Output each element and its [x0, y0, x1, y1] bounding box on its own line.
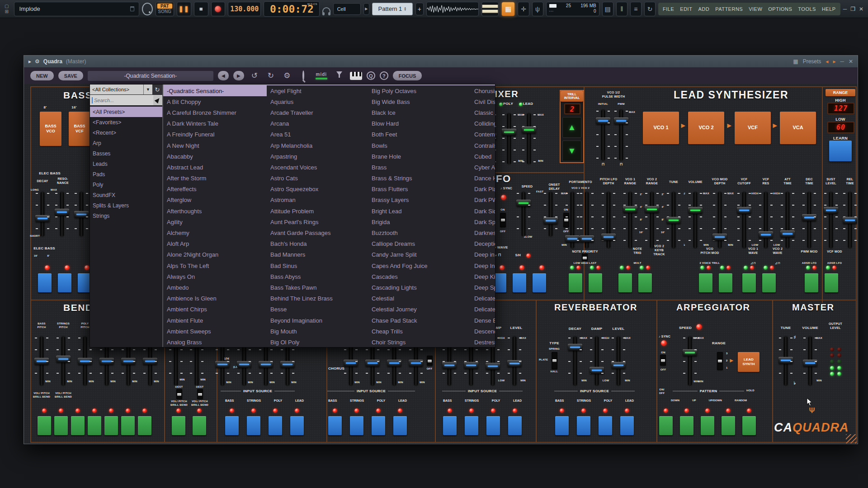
collection-item[interactable]: SoundFX: [90, 190, 162, 200]
new-button[interactable]: NEW: [30, 71, 54, 80]
pad-button[interactable]: [589, 273, 602, 292]
preset-item[interactable]: Astro Squeezebox: [267, 184, 368, 195]
pat-song-toggle[interactable]: PAT SONG: [156, 2, 175, 16]
cell-selector[interactable]: Cell: [333, 3, 361, 15]
preset-item[interactable]: Arcade Traveller: [267, 107, 368, 118]
pad-button[interactable]: [719, 273, 732, 292]
pad-button[interactable]: [328, 416, 342, 435]
pad-button[interactable]: [443, 416, 457, 435]
pad-button[interactable]: [742, 273, 756, 292]
lead-synth-button[interactable]: LEAD SYNTH: [738, 352, 760, 372]
switch[interactable]: [197, 389, 203, 399]
preset-item[interactable]: A Dark Winters Tale: [163, 118, 267, 129]
preset-item[interactable]: Aquarius: [267, 96, 368, 107]
pad-button[interactable]: [88, 416, 101, 435]
pad-button[interactable]: [121, 416, 135, 435]
slider[interactable]: [613, 110, 629, 160]
preset-item[interactable]: Blow Hard: [368, 118, 471, 129]
pad-button[interactable]: [825, 273, 838, 292]
preset-item[interactable]: Celestial: [368, 293, 471, 304]
preset-item[interactable]: Ambience Is Gleen: [163, 293, 267, 304]
slider[interactable]: [567, 337, 583, 385]
headphones-icon[interactable]: [322, 7, 330, 14]
piano-keys-icon[interactable]: [350, 72, 362, 80]
pad-button[interactable]: [372, 416, 385, 435]
slider[interactable]: [521, 113, 537, 164]
switch[interactable]: [717, 352, 723, 370]
pattern-stepper[interactable]: ▲▼: [404, 7, 406, 11]
pad-button[interactable]: [620, 416, 634, 435]
preset-item[interactable]: Celestial Journey: [368, 304, 471, 315]
close-button[interactable]: ✕: [859, 6, 863, 12]
preset-item[interactable]: Deep Sp: [471, 282, 495, 293]
switch[interactable]: [176, 389, 182, 399]
preset-item[interactable]: Ambient Flute: [163, 315, 267, 326]
slider[interactable]: [565, 192, 580, 248]
pin-icon[interactable]: [153, 95, 162, 105]
pad-button[interactable]: [762, 273, 776, 292]
preset-item[interactable]: Cascades: [368, 271, 471, 282]
menu-item[interactable]: OPTIONS: [768, 6, 792, 12]
pad-button[interactable]: [172, 416, 185, 435]
preset-item[interactable]: Choir Strings: [368, 337, 471, 347]
preset-item[interactable]: Darkness: [471, 227, 495, 238]
slider[interactable]: [543, 192, 558, 236]
preset-item[interactable]: A Freindly Funeral: [163, 129, 267, 140]
pad-button[interactable]: [701, 416, 714, 435]
preset-item[interactable]: Aunt Pearl's Rings: [267, 216, 368, 227]
preset-item[interactable]: Contrails: [471, 140, 495, 151]
preset-item[interactable]: Black Ice: [368, 107, 471, 118]
pad-button[interactable]: [513, 273, 526, 292]
slider[interactable]: [54, 192, 70, 236]
slider[interactable]: [595, 110, 611, 160]
pad-button[interactable]: [269, 416, 282, 435]
slider[interactable]: [666, 192, 681, 248]
preset-item[interactable]: Alone 2Night Organ: [163, 249, 267, 260]
collection-item[interactable]: Poly: [90, 179, 162, 190]
preset-item[interactable]: -Quadratic Sensation-: [163, 85, 267, 96]
prev-arrow-button[interactable]: ◀: [218, 71, 229, 80]
redo-icon[interactable]: ↻: [265, 71, 277, 80]
plugin-titlebar[interactable]: ▸ ⚙ Quadra (Master) ▦ Presets ◂ ▸ ─ ✕: [24, 56, 858, 67]
preset-item[interactable]: Cyber Ar: [471, 162, 495, 173]
slider[interactable]: [56, 337, 71, 385]
preset-item[interactable]: After the Storm: [163, 173, 267, 184]
pattern-selector[interactable]: Pattern 1 ▲▼: [372, 3, 413, 15]
playlist-button[interactable]: ▤: [602, 2, 613, 16]
pad-button[interactable]: [805, 273, 818, 292]
zoom-icon[interactable]: [297, 71, 309, 80]
pad-button[interactable]: [680, 416, 693, 435]
preset-item[interactable]: Cascading Lights: [368, 282, 471, 293]
preset-item[interactable]: Bach's Honda: [267, 239, 368, 249]
pad-button[interactable]: [486, 416, 500, 435]
slider[interactable]: [712, 192, 727, 248]
pad-button[interactable]: [393, 416, 407, 435]
pad-button[interactable]: [722, 416, 735, 435]
lead-box-vco2[interactable]: VCO 2: [688, 112, 724, 144]
preset-item[interactable]: Dark Spe: [471, 216, 495, 227]
preset-item[interactable]: A New Night: [163, 140, 267, 151]
settings-gear-icon[interactable]: ⚙: [281, 71, 293, 80]
preset-item[interactable]: A Bit Choppy: [163, 96, 267, 107]
record-button[interactable]: [211, 2, 226, 16]
preset-item[interactable]: Ascendant Voices: [267, 162, 368, 173]
next-arrow-button[interactable]: ▶: [233, 71, 244, 80]
preset-item[interactable]: Bad Manners: [267, 249, 368, 260]
preset-item[interactable]: Bass Abyss: [267, 271, 368, 282]
pad-button[interactable]: [638, 273, 652, 292]
menu-item[interactable]: HELP: [822, 6, 836, 12]
preset-item[interactable]: Ambient Chirps: [163, 304, 267, 315]
preset-item[interactable]: Delicate: [471, 293, 495, 304]
plugin-minimize-icon[interactable]: ─: [840, 58, 844, 65]
filter-funnel-icon[interactable]: [334, 71, 345, 80]
bass-vcf-box[interactable]: BASS VCF: [69, 112, 90, 146]
save-button[interactable]: SAVE: [58, 71, 83, 80]
search-input[interactable]: Search...: [90, 95, 153, 105]
collection-item[interactable]: Splits & Layers: [90, 200, 162, 211]
preset-item[interactable]: Abacabby: [163, 151, 267, 162]
mixer-button[interactable]: ‖: [616, 2, 627, 16]
preset-item[interactable]: Deep Kic: [471, 271, 495, 282]
refresh-icon[interactable]: ↻: [152, 84, 162, 94]
slider[interactable]: [589, 337, 604, 385]
collection-item[interactable]: Strings: [90, 211, 162, 221]
